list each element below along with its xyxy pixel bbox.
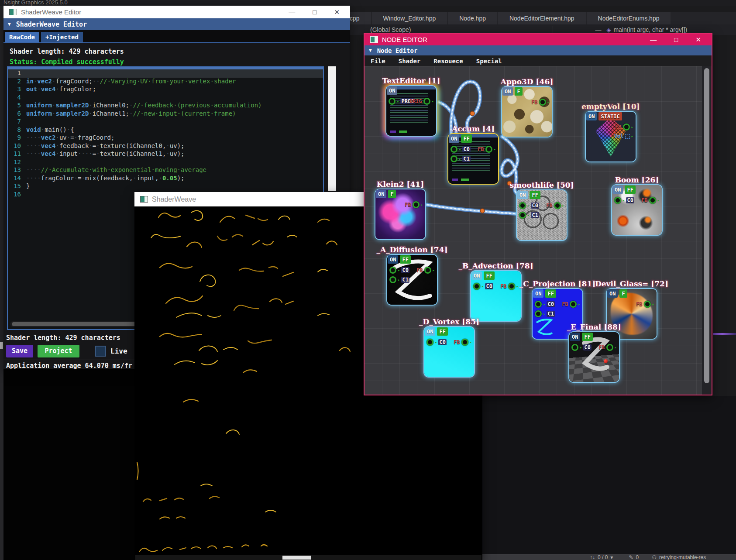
graph-node[interactable]: TextEditor [1]ON▸PROCORIG▸: [385, 85, 437, 137]
badge-ff[interactable]: FF: [625, 186, 635, 194]
badge-on[interactable]: ON: [570, 333, 580, 341]
output-port-fb[interactable]: FB▸: [636, 301, 654, 308]
canvas-hscrollbar-thumb[interactable]: [282, 556, 311, 560]
badge-on[interactable]: ON: [612, 186, 623, 194]
input-port-c0[interactable]: ▸C0: [519, 202, 539, 209]
close-button[interactable]: ✕: [695, 36, 701, 44]
badge-on[interactable]: ON: [376, 190, 386, 198]
menu-resource[interactable]: Resouece: [433, 58, 463, 65]
badge-ff[interactable]: FF: [484, 271, 494, 280]
canvas-hscrollbar[interactable]: [135, 555, 481, 560]
input-port-c0[interactable]: ▸C0: [473, 283, 493, 290]
graph-node[interactable]: Appo3D [46]ONFFB▸: [501, 86, 553, 137]
menu-special[interactable]: Special: [476, 58, 502, 65]
minimize-button[interactable]: —: [289, 8, 295, 16]
close-button[interactable]: ✕: [334, 8, 340, 16]
code-line[interactable]: 3out·vec4·fragColor;: [8, 86, 323, 94]
badge-on[interactable]: ON: [517, 191, 528, 199]
input-port-c0[interactable]: ▸C0: [571, 344, 592, 351]
code-line[interactable]: 7: [8, 118, 323, 126]
badge-ff[interactable]: FF: [545, 289, 556, 298]
badge-ff[interactable]: FF: [582, 333, 592, 341]
output-port-fb[interactable]: FB▸: [598, 344, 617, 351]
breadcrumb-function[interactable]: main(int argc, char * argv[]): [613, 26, 687, 33]
badge-ff[interactable]: FF: [461, 134, 471, 143]
code-line[interactable]: 13····//·Accumulate·with·exponential·mov…: [8, 166, 323, 175]
graph-node[interactable]: _E_Final [88]ONFF▸C0FB▸: [568, 331, 620, 383]
vscrollbar-thumb[interactable]: [704, 68, 709, 383]
badge-f[interactable]: F: [619, 289, 627, 298]
output-port-fb[interactable]: FB▸: [405, 201, 423, 208]
output-port-fb[interactable]: FB▸: [454, 339, 472, 346]
badge-f[interactable]: F: [388, 190, 396, 198]
output-port-fb[interactable]: FB▸: [546, 202, 564, 209]
output-port-fb[interactable]: FB▸: [500, 283, 519, 290]
badge-on[interactable]: ON: [607, 289, 618, 298]
editor-window-titlebar[interactable]: ShaderWeave Editor — □ ✕: [3, 6, 350, 18]
code-line[interactable]: 14····fragColor·=·mix(feedback,·input,·0…: [8, 175, 323, 183]
editor-panel-header[interactable]: ▼ ShaderWeave Editor: [3, 18, 350, 30]
node-canvas[interactable]: TextEditor [1]ON▸PROCORIG▸Appo3D [46]ONF…: [365, 66, 712, 395]
code-line[interactable]: 6uniform·sampler2D·iChannel1;·//·new·inp…: [8, 110, 323, 118]
badge-on[interactable]: ON: [387, 86, 397, 95]
code-line[interactable]: 12: [8, 158, 323, 167]
save-button[interactable]: Save: [6, 345, 33, 357]
graph-node[interactable]: Boom [26]ONFF▸C0FB▸: [611, 184, 663, 236]
graph-node[interactable]: Accum [4]ONFF▸C0▸C1FB▸: [447, 133, 499, 185]
input-port-c1[interactable]: ▸C1: [451, 155, 471, 162]
badge-on[interactable]: ON: [425, 327, 435, 336]
graph-node[interactable]: emptyVol [10]ONSTATICFB▸Vol▸: [585, 111, 636, 162]
badge-on[interactable]: ON: [586, 112, 597, 120]
badge-ff[interactable]: FF: [400, 255, 410, 264]
input-port-c0[interactable]: ▸C0: [535, 301, 555, 308]
collapse-minus-icon[interactable]: —: [595, 26, 601, 33]
collapse-triangle-icon[interactable]: ▼: [8, 21, 11, 27]
code-line[interactable]: 4: [8, 94, 323, 102]
tab-injected[interactable]: +Injected: [41, 32, 83, 42]
input-port-c0[interactable]: ▸C0: [389, 267, 409, 274]
graph-node[interactable]: _D_Vortex [85]ONFF▸C0FB▸: [423, 326, 475, 378]
output-port-fb[interactable]: FB▸: [615, 124, 633, 131]
nsight-tab-nodeeditorelement[interactable]: NodeEditorElement.hpp: [498, 12, 586, 24]
output-port-fb[interactable]: FB▸: [641, 197, 660, 204]
code-line[interactable]: 1: [8, 69, 323, 78]
input-port-c0[interactable]: ▸C0: [426, 339, 447, 346]
badge-on[interactable]: ON: [533, 289, 543, 298]
code-line[interactable]: 8void·main()·{: [8, 126, 323, 134]
breadcrumb-scope[interactable]: (Global Scope): [370, 26, 411, 33]
maximize-button[interactable]: □: [313, 8, 316, 16]
node-canvas-vscrollbar[interactable]: [702, 66, 712, 395]
output-port-fb[interactable]: FB▸: [562, 301, 580, 308]
menu-shader[interactable]: Shader: [399, 58, 421, 65]
input-port-c1[interactable]: ▸C1: [389, 276, 409, 283]
graph-node[interactable]: _B_Advection [78]ONFF▸C0FB▸: [470, 270, 522, 322]
output-port-fb[interactable]: FB▸: [478, 146, 496, 153]
graph-node[interactable]: Klein2 [41]ONFFB▸: [375, 189, 426, 240]
badge-on[interactable]: ON: [471, 271, 482, 280]
output-port-fb[interactable]: FB▸: [416, 267, 435, 274]
badge-on[interactable]: ON: [388, 255, 398, 264]
graph-node[interactable]: _A_Diffusion [74]ONFF▸C0▸C1FB▸: [386, 254, 438, 306]
input-port-c1[interactable]: ▸C1: [535, 310, 555, 317]
nsight-tab-node[interactable]: Node.hpp: [448, 12, 497, 24]
nsight-tab-nodeeditorenums[interactable]: NodeEditorEnums.hpp: [587, 12, 671, 24]
minimize-button[interactable]: —: [650, 36, 657, 43]
code-line[interactable]: 5uniform·sampler2D·iChannel0;·//·feedbac…: [8, 102, 323, 110]
code-line[interactable]: 11····vec4·input····=·texture(iChannel1,…: [8, 150, 323, 158]
menu-file[interactable]: File: [371, 58, 385, 65]
tab-rawcode[interactable]: RawCode: [5, 32, 39, 42]
code-line[interactable]: 9····vec2·uv·=·fragCoord;: [8, 134, 323, 142]
collapse-triangle-icon[interactable]: ▼: [369, 48, 372, 53]
maximize-button[interactable]: □: [674, 36, 678, 43]
nsight-tab-window-editor[interactable]: Window_Editor.hpp: [372, 12, 447, 24]
output-port-vol[interactable]: Vol▸: [614, 133, 633, 139]
badge-static[interactable]: STATIC: [598, 112, 622, 120]
input-port-c0[interactable]: ▸C0: [451, 146, 471, 153]
output-port-fb[interactable]: FB▸: [531, 99, 550, 106]
node-editor-panel-header[interactable]: ▼ Node Editor: [365, 45, 712, 55]
badge-ff[interactable]: FF: [437, 327, 447, 336]
code-line[interactable]: 15}: [8, 182, 323, 191]
caret-down-icon[interactable]: ▾: [610, 554, 613, 560]
badge-f[interactable]: F: [515, 87, 522, 96]
output-port-orig[interactable]: ORIG▸: [409, 98, 434, 105]
